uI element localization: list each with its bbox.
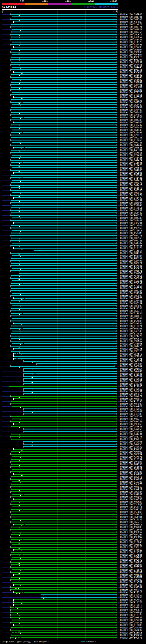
hit-label[interactable]: UniRef100_B0L0Y2 [120,558,142,561]
alignment-bar[interactable] [11,34,116,35]
hit-label[interactable]: UniRef100_C0PAQ4 [120,362,142,365]
alignment-bar[interactable] [12,506,116,508]
hit-label[interactable]: UniRef100_Q5PYQ1 [120,571,142,574]
alignment-row[interactable]: UniRef100_Q3LFQ5 [0,503,146,506]
alignment-bar[interactable] [11,564,116,565]
hit-label[interactable]: UniRef100_Q4VV58 [120,428,142,430]
alignment-bar[interactable] [11,328,116,329]
alignment-bar[interactable] [14,574,116,575]
alignment-bar[interactable] [11,260,116,261]
hit-label[interactable]: UniRef100_Q40788 [120,383,142,385]
alignment-bar[interactable] [11,290,116,291]
hit-label[interactable]: UniRef100_Q4VV47 [120,430,142,433]
hit-label[interactable]: UniRef100_P07369 [120,99,142,101]
hit-label[interactable]: UniRef100_P27495 [120,46,142,48]
alignment-row[interactable]: UniRef100_Q8LCZ4 [0,194,146,197]
alignment-bar[interactable] [12,268,116,269]
hit-label[interactable]: UniRef100_C6TLM4 [120,48,142,51]
alignment-bar[interactable] [11,238,116,238]
alignment-row[interactable]: UniRef100_A9RJS3 [0,508,146,511]
alignment-bar[interactable] [11,529,116,530]
alignment-bar[interactable] [11,579,116,580]
alignment-row[interactable]: UniRef100_Q50K58 [0,425,146,428]
alignment-bar[interactable] [14,22,116,22]
alignment-bar[interactable] [24,428,116,430]
alignment-bar[interactable] [11,454,116,454]
hit-label[interactable]: UniRef100_Q4VV52 [120,446,142,448]
alignment-bar[interactable] [11,187,116,188]
alignment-row[interactable]: UniRef100_Q3S042 [0,74,146,76]
alignment-row[interactable]: UniRef100_Q4VV58 [0,428,146,430]
alignment-bar[interactable] [12,255,116,256]
hit-label[interactable]: UniRef100_P27518 [120,591,142,594]
hit-label[interactable]: UniRef100_B6T1H1 [120,516,142,518]
alignment-bar[interactable] [11,534,116,535]
alignment-row[interactable]: UniRef100_Q41447 [0,219,146,222]
hit-label[interactable]: UniRef100_Q5ZF93 [120,466,142,468]
hit-label[interactable]: UniRef100_P04780 [120,142,142,144]
alignment-bar[interactable] [12,469,116,470]
hit-label[interactable]: UniRef100_P06671 [120,270,142,272]
hit-label[interactable]: UniRef100_B2BAK8 [120,632,142,634]
hit-label[interactable]: UniRef100_Q3S042 [120,74,142,76]
alignment-row[interactable]: UniRef100_A5BPB2 [0,106,146,109]
alignment-bar[interactable] [12,230,116,231]
alignment-row[interactable]: UniRef100_Q4VV52 [0,446,146,448]
hit-label[interactable]: UniRef100_Q9M600 [120,51,142,54]
hit-label[interactable]: UniRef100_Q9XF87 [120,616,142,619]
hit-label[interactable]: UniRef100_Q1KLZ3 [120,23,142,26]
hit-label[interactable]: UniRef100_A9S6S7 [120,531,142,534]
alignment-bar[interactable] [11,577,116,578]
alignment-row[interactable]: UniRef100_O81391 [0,16,146,18]
alignment-row[interactable]: UniRef100_A8QJP9 [0,302,146,305]
hit-label[interactable]: UniRef100_C0PQV4 [120,453,142,456]
alignment-row[interactable]: UniRef100_Q7Y1A1 [0,282,146,285]
alignment-bar[interactable] [12,330,116,332]
alignment-bar[interactable] [11,338,116,339]
hit-label[interactable]: UniRef100_Q40771 [120,360,142,362]
hit-label[interactable]: UniRef100_O04685 [120,146,142,149]
alignment-bar[interactable] [11,300,116,301]
hit-label[interactable]: UniRef100_P92919 [120,192,142,194]
alignment-row[interactable]: UniRef100_A9NT88 [0,420,146,423]
alignment-row[interactable]: UniRef100_O82425 [0,622,146,624]
alignment-row[interactable]: UniRef100_B6T1H1 [0,516,146,518]
alignment-row[interactable]: UniRef100_P07371 [0,26,146,28]
alignment-row[interactable]: UniRef100_Q40961 [0,94,146,96]
alignment-bar[interactable] [11,64,116,65]
alignment-row[interactable]: UniRef100_C5XQ82 [0,322,146,325]
alignment-bar[interactable] [12,92,116,93]
alignment-row[interactable]: UniRef100_Q41425 [0,184,146,187]
alignment-row[interactable]: UniRef100_P92919 [0,192,146,194]
hit-label[interactable]: UniRef100_Q41424 [120,159,142,162]
alignment-bar[interactable] [11,270,116,271]
alignment-bar[interactable] [14,604,116,606]
alignment-bar[interactable] [12,494,116,495]
alignment-row[interactable]: UniRef100_B6STN4 [0,254,146,257]
alignment-bar[interactable] [11,107,116,108]
hit-label[interactable]: UniRef100_A9NL12 [120,486,142,488]
hit-label[interactable]: UniRef100_A9NPE9 [120,398,142,400]
hit-label[interactable]: UniRef100_Q575T2 [120,352,142,355]
alignment-bar[interactable] [11,635,116,636]
alignment-row[interactable]: UniRef100_Q32291 [0,222,146,224]
hit-label[interactable]: UniRef100_P04784 [120,290,142,292]
alignment-row[interactable]: UniRef100_O64449 [0,76,146,78]
hit-label[interactable]: UniRef100_O04686 [120,169,142,172]
alignment-bar[interactable] [11,124,116,126]
hit-label[interactable]: UniRef100_Q461R4 [120,375,142,378]
alignment-bar[interactable] [11,120,116,120]
alignment-bar[interactable] [41,597,116,598]
alignment-bar[interactable] [14,248,116,248]
alignment-row[interactable]: UniRef100_O49812 [0,513,146,516]
hit-label[interactable]: UniRef100_P12332 [120,518,142,521]
alignment-bar[interactable] [11,140,116,140]
alignment-bar[interactable] [11,296,116,296]
alignment-row[interactable]: UniRef100_P09756 [0,31,146,33]
alignment-row[interactable]: UniRef100_Q8VZ87 [0,209,146,212]
alignment-row[interactable]: UniRef100_Q41426 [0,156,146,159]
alignment-bar[interactable] [24,394,116,394]
hit-label[interactable]: UniRef100_O64444 [120,111,142,114]
hit-label[interactable]: UniRef100_A9TL35 [120,574,142,576]
hit-label[interactable]: UniRef100_Q43437 [120,38,142,41]
